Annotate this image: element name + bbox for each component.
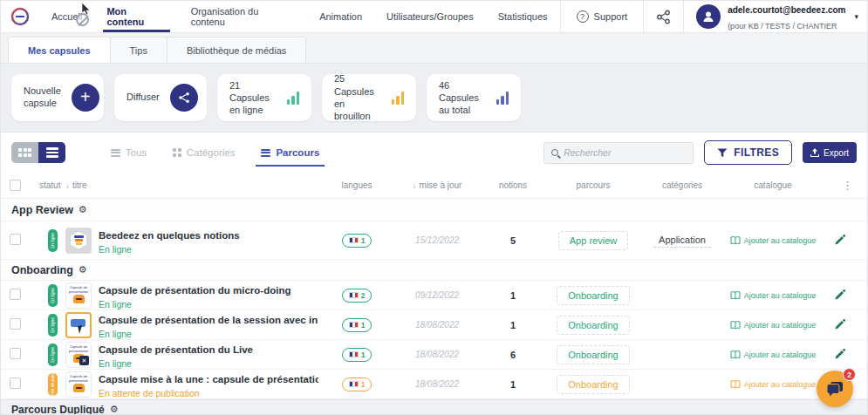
plus-icon[interactable]: + <box>72 84 99 112</box>
list-toolbar: Tous Catégories Parcours FILTRES <box>1 133 867 173</box>
col-titre[interactable]: ↓titre <box>65 180 318 190</box>
table-row[interactable]: En ligne Beedeez en quelques notions En … <box>1 221 867 260</box>
beedeez-logo[interactable] <box>1 1 39 32</box>
capsules-total-card[interactable]: 46 Capsules au total <box>427 74 521 121</box>
category-value[interactable] <box>677 294 687 297</box>
sort-icon[interactable]: ↓ <box>65 180 70 190</box>
add-to-catalog-button[interactable]: Ajouter au catalogue <box>725 291 821 300</box>
parcours-chip[interactable]: Onboarding <box>557 345 630 364</box>
capsule-thumbnail[interactable]: Capsule de présentation✕ <box>65 342 92 368</box>
edit-icon[interactable] <box>834 235 845 246</box>
capsule-thumbnail[interactable]: Capsule de présentation <box>65 282 92 309</box>
avatar <box>696 4 721 29</box>
row-checkbox[interactable] <box>10 348 21 359</box>
filters-button[interactable]: FILTRES <box>704 140 792 165</box>
category-value[interactable] <box>677 383 687 386</box>
tab-tips[interactable]: Tips <box>110 37 167 63</box>
add-to-catalog-button[interactable]: Ajouter au catalogue <box>725 236 821 245</box>
view-toggle[interactable] <box>11 142 65 163</box>
language-badge[interactable]: 1 <box>342 348 372 362</box>
parcours-chip[interactable]: App review <box>558 231 628 250</box>
capsule-thumbnail[interactable] <box>65 228 92 254</box>
row-checkbox[interactable] <box>10 289 21 300</box>
gear-icon[interactable]: ⚙ <box>79 204 87 215</box>
nav-item-accueil[interactable]: Accueil <box>39 1 94 32</box>
chat-widget-button[interactable]: 2 <box>817 371 853 407</box>
row-checkbox[interactable] <box>10 234 21 245</box>
capsule-title[interactable]: Capsule de présentation de la session av… <box>99 315 318 325</box>
table-row[interactable]: En ligne Capsule de présentation✕ Capsul… <box>1 340 867 370</box>
diffuser-label: Diffuser <box>126 92 160 104</box>
nav-item-statistiques[interactable]: Statistiques <box>486 1 560 32</box>
new-capsule-card[interactable]: Nouvelle capsule + <box>11 74 104 121</box>
draft-label: Capsules en brouillon <box>334 86 374 122</box>
add-to-catalog-button[interactable]: Ajouter au catalogue <box>725 380 821 389</box>
support-label: Support <box>594 11 628 22</box>
search-icon <box>551 149 558 156</box>
nav-item-utilisateurs[interactable]: Utilisateurs/Groupes <box>374 1 486 32</box>
filter-tab-parcours[interactable]: Parcours <box>259 142 321 163</box>
section-title: Onboarding <box>11 264 73 276</box>
stats-cards-band: Nouvelle capsule + Diffuser 21 Capsules … <box>1 63 867 133</box>
share-icon[interactable] <box>170 84 198 112</box>
list-view-button[interactable] <box>38 142 65 163</box>
language-badge[interactable]: 1 <box>342 318 372 332</box>
column-options-icon[interactable]: ⋮ <box>821 179 858 192</box>
nav-item-animation[interactable]: Animation <box>307 1 374 32</box>
edit-icon[interactable] <box>834 349 845 360</box>
tab-mes-capsules[interactable]: Mes capsules <box>8 37 111 63</box>
category-value[interactable]: Application <box>653 233 711 248</box>
parcours-chip[interactable]: Onboarding <box>557 316 630 335</box>
add-to-catalog-button[interactable]: Ajouter au catalogue <box>725 321 821 330</box>
gear-icon[interactable]: ⚙ <box>79 264 87 276</box>
export-button[interactable]: Export <box>803 142 857 163</box>
sort-icon[interactable]: ↓ <box>413 180 417 190</box>
row-checkbox[interactable] <box>10 378 21 389</box>
nav-item-organisation[interactable]: Organisation du contenu <box>179 1 308 32</box>
language-badge[interactable]: 2 <box>342 289 372 303</box>
table-row[interactable]: En ligne Capsule de présentation de la s… <box>1 310 867 340</box>
capsules-online-card[interactable]: 21 Capsules en ligne <box>217 74 311 121</box>
chat-bubbles-icon <box>826 381 844 397</box>
notions-count: 1 <box>479 320 547 330</box>
gear-icon[interactable]: ⚙ <box>110 404 119 415</box>
content-tabs: Mes capsules Tips Bibliothèque de médias <box>1 33 867 63</box>
table-row[interactable]: En ligne Capsule de présentation Capsule… <box>1 281 867 310</box>
notions-count: 1 <box>479 290 547 301</box>
row-checkbox[interactable] <box>10 318 21 330</box>
edit-icon[interactable] <box>834 289 845 301</box>
grid-view-button[interactable] <box>11 142 38 163</box>
category-value[interactable] <box>677 353 687 357</box>
diffuser-card[interactable]: Diffuser <box>114 74 207 121</box>
capsule-title[interactable]: Capsule de présentation du Live <box>99 344 253 355</box>
tab-bibliotheque-medias[interactable]: Bibliothèque de médias <box>167 37 306 63</box>
capsules-draft-card[interactable]: 25 Capsules en brouillon <box>322 74 416 121</box>
capsule-thumbnail[interactable] <box>65 312 92 338</box>
org-share-button[interactable] <box>643 1 683 32</box>
filter-tab-tous[interactable]: Tous <box>109 142 148 163</box>
add-to-catalog-button[interactable]: Ajouter au catalogue <box>725 350 821 359</box>
search-input[interactable] <box>564 147 686 158</box>
table-row[interactable]: En attente de publication Capsule de pré… <box>1 370 867 399</box>
select-all-checkbox[interactable] <box>10 180 21 191</box>
book-icon <box>730 350 741 359</box>
category-value[interactable] <box>677 323 687 327</box>
col-mise-a-jour[interactable]: ↓mise à jour <box>395 180 479 190</box>
parcours-chip[interactable]: Onboarding <box>557 286 630 305</box>
language-badge[interactable]: 1 <box>342 378 372 391</box>
language-badge[interactable]: 1 <box>342 234 372 248</box>
capsule-title[interactable]: Capsule de présentation du micro-doing <box>99 285 290 296</box>
capsule-title[interactable]: Beedeez en quelques notions <box>99 230 240 241</box>
chat-notification-badge: 2 <box>843 368 856 381</box>
col-langues: langues <box>318 180 395 190</box>
capsule-title[interactable]: Capsule mise à la une : capsule de prése… <box>99 374 318 384</box>
edit-icon[interactable] <box>834 319 845 330</box>
capsule-thumbnail[interactable]: Capsule de présentation <box>65 371 92 398</box>
support-button[interactable]: ? Support <box>560 1 644 32</box>
account-menu[interactable]: adele.courtot@beedeez.com (pour KB / TES… <box>683 1 867 32</box>
search-box[interactable] <box>543 142 694 164</box>
nav-item-mon-contenu[interactable]: Mon contenu <box>94 1 178 32</box>
filter-tab-categories[interactable]: Catégories <box>171 142 236 163</box>
parcours-chip[interactable]: Onboarding <box>557 375 630 394</box>
status-vertical-badge: En ligne <box>48 229 58 252</box>
